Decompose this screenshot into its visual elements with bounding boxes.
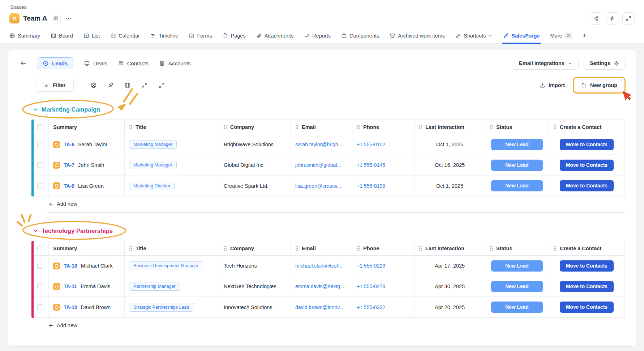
collapse-button[interactable]: [141, 81, 149, 89]
row-checkbox[interactable]: [37, 283, 43, 289]
row-checkbox[interactable]: [37, 263, 43, 269]
task-id[interactable]: TA-10: [64, 263, 77, 269]
lead-name[interactable]: Lisa Green: [78, 183, 104, 189]
title-badge[interactable]: Marketing Manager: [129, 140, 177, 149]
move-to-contacts-button[interactable]: Move to Contacts: [560, 160, 614, 171]
email-link[interactable]: david.brown@innov...: [295, 304, 344, 310]
column-header-status[interactable]: Status: [496, 124, 512, 130]
phone-link[interactable]: +1 555-0198: [357, 183, 385, 189]
settings-button[interactable]: Settings: [584, 57, 626, 70]
move-to-contacts-button[interactable]: Move to Contacts: [560, 281, 614, 292]
new-group-button[interactable]: New group: [575, 79, 623, 91]
task-id[interactable]: TA-7: [64, 162, 74, 168]
row-checkbox[interactable]: [37, 142, 43, 147]
drag-handle-icon[interactable]: [295, 125, 299, 130]
expand-view-button[interactable]: [158, 81, 166, 89]
column-header-title[interactable]: Title: [136, 246, 146, 251]
task-id[interactable]: TA-12: [64, 304, 77, 310]
crm-tab-accounts[interactable]: Accounts: [159, 60, 191, 66]
title-badge[interactable]: Marketing Manager: [129, 161, 177, 169]
breadcrumb[interactable]: Spaces: [9, 4, 28, 12]
tab-attachments[interactable]: Attachments: [256, 28, 294, 43]
drag-handle-icon[interactable]: [490, 125, 493, 130]
lead-name[interactable]: David Brown: [81, 304, 111, 310]
phone-link[interactable]: +1 555-0223: [357, 263, 385, 269]
move-to-contacts-button[interactable]: Move to Contacts: [560, 260, 614, 272]
lead-name[interactable]: Michael Clark: [81, 263, 113, 269]
tab-reports[interactable]: Reports: [304, 28, 331, 43]
column-header-phone[interactable]: Phone: [363, 124, 379, 130]
drag-handle-icon[interactable]: [224, 125, 227, 130]
select-all-checkbox[interactable]: [37, 124, 43, 130]
column-header-company[interactable]: Company: [230, 246, 254, 251]
company-cell[interactable]: Tech Horizons: [219, 256, 291, 276]
tab-archived-work-items[interactable]: Archived work items: [390, 28, 445, 43]
column-header-title[interactable]: Title: [136, 124, 146, 130]
email-link[interactable]: michael.clark@tech...: [295, 263, 344, 269]
email-link[interactable]: emma.davis@nextg...: [295, 283, 344, 289]
drag-handle-icon[interactable]: [129, 246, 132, 251]
drag-handle-icon[interactable]: [553, 125, 557, 130]
add-new-button[interactable]: Add new: [47, 318, 625, 334]
move-to-contacts-button[interactable]: Move to Contacts: [560, 139, 614, 150]
phone-link[interactable]: +1 555-0145: [357, 162, 385, 168]
tab-summary[interactable]: Summary: [9, 28, 40, 43]
filter-button[interactable]: Filter: [35, 79, 74, 92]
drag-handle-icon[interactable]: [553, 246, 557, 251]
tab-list[interactable]: List: [83, 28, 100, 43]
column-header-email[interactable]: Email: [302, 124, 316, 130]
column-header-last-interaction[interactable]: Last Interaction: [425, 246, 464, 251]
task-id[interactable]: TA-9: [64, 183, 74, 189]
automation-button[interactable]: [606, 12, 618, 25]
column-header-last-interaction[interactable]: Last Interaction: [425, 124, 464, 130]
fullscreen-button[interactable]: [622, 12, 635, 25]
company-cell[interactable]: Creative Spark Ltd.: [219, 176, 291, 196]
title-badge[interactable]: Marketing Director: [129, 182, 175, 190]
column-header-company[interactable]: Company: [230, 124, 254, 130]
column-header-email[interactable]: Email: [302, 246, 316, 251]
column-header-create-a-contact[interactable]: Create a Contact: [560, 124, 601, 130]
company-cell[interactable]: BrightWave Solutions: [219, 134, 291, 155]
lead-name[interactable]: John Smith: [78, 162, 104, 168]
phone-link[interactable]: +1 555-0278: [357, 283, 385, 289]
title-badge[interactable]: Partnership Manager: [129, 282, 180, 291]
email-link[interactable]: lisa.green@creativ...: [295, 183, 341, 189]
row-checkbox[interactable]: [37, 304, 43, 310]
columns-button[interactable]: [124, 81, 132, 89]
move-to-contacts-button[interactable]: Move to Contacts: [560, 180, 614, 191]
drag-handle-icon[interactable]: [419, 125, 422, 130]
new-lead-status-button[interactable]: New Lead: [491, 160, 543, 171]
new-lead-status-button[interactable]: New Lead: [491, 281, 543, 292]
more-options-button[interactable]: [64, 14, 73, 23]
drag-handle-icon[interactable]: [419, 246, 422, 251]
tab-salesforge[interactable]: SalesForge: [503, 28, 540, 43]
import-button[interactable]: Import: [540, 82, 565, 88]
drag-handle-icon[interactable]: [357, 125, 360, 130]
group-header[interactable]: Marketing Campaign: [31, 102, 104, 117]
new-lead-status-button[interactable]: New Lead: [491, 139, 543, 150]
title-badge[interactable]: Business Development Manager: [129, 261, 203, 270]
add-view-button[interactable]: +: [583, 28, 587, 43]
move-to-contacts-button[interactable]: Move to Contacts: [560, 302, 614, 313]
email-link[interactable]: john.smith@global...: [295, 162, 341, 168]
crm-tab-contacts[interactable]: Contacts: [118, 60, 149, 66]
new-lead-status-button[interactable]: New Lead: [491, 180, 543, 191]
pin-button[interactable]: [107, 81, 115, 89]
tab-board[interactable]: Board: [51, 28, 73, 43]
tab-more[interactable]: More 8: [550, 28, 572, 43]
column-header-summary[interactable]: Summary: [53, 246, 77, 251]
task-id[interactable]: TA-6: [64, 142, 74, 147]
column-header-summary[interactable]: Summary: [53, 124, 77, 130]
drag-handle-icon[interactable]: [490, 246, 493, 251]
new-lead-status-button[interactable]: New Lead: [491, 302, 543, 313]
drag-handle-icon[interactable]: [357, 246, 360, 251]
back-button[interactable]: [18, 58, 28, 68]
tab-calendar[interactable]: Calendar: [110, 28, 140, 43]
phone-link[interactable]: +1 555-0102: [357, 142, 385, 147]
new-lead-status-button[interactable]: New Lead: [491, 260, 543, 272]
crm-tab-leads[interactable]: Leads: [37, 57, 73, 69]
tab-timeline[interactable]: Timeline: [150, 28, 178, 43]
email-integrations-button[interactable]: Email integrations: [513, 57, 579, 70]
drag-handle-icon[interactable]: [129, 125, 132, 130]
phone-link[interactable]: +1 555-0332: [357, 304, 385, 310]
